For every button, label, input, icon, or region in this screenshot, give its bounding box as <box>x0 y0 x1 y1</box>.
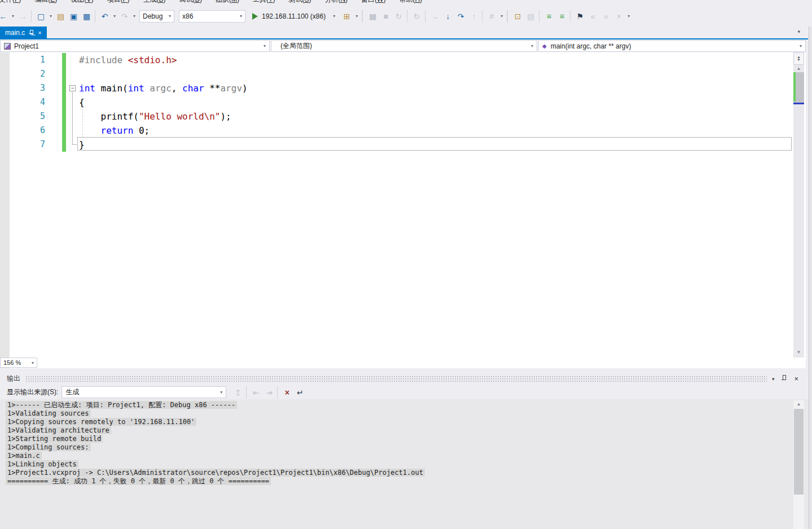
project-select-value: Project1 <box>14 42 39 50</box>
code-line-1[interactable]: 1#include <stdio.h> <box>0 53 789 67</box>
tab-label: main.c <box>5 29 25 37</box>
uncomment-lines-icon[interactable]: ≡ <box>555 10 568 23</box>
chevron-down-icon[interactable]: ▾ <box>333 14 335 19</box>
redo-icon[interactable]: ↷ <box>117 10 130 23</box>
apply-code-changes-icon[interactable]: ↻ <box>410 10 423 23</box>
next-message-icon[interactable]: ⇥ <box>262 386 275 399</box>
open-documents-dropdown-icon[interactable]: ▾ <box>797 29 800 34</box>
step-over-icon[interactable]: ↷ <box>454 10 467 23</box>
code-line-2[interactable]: 2 <box>0 67 789 81</box>
pin-icon[interactable] <box>29 29 34 36</box>
redo-caret[interactable]: ▾ <box>130 10 137 23</box>
restart-icon[interactable]: ↻ <box>392 10 405 23</box>
scroll-up-icon[interactable]: ▲ <box>793 402 804 407</box>
editor-vertical-scrollbar[interactable]: ▲ ▼ <box>793 65 804 358</box>
comment-lines-icon[interactable]: ≡ <box>542 10 555 23</box>
collapse-region-icon[interactable]: − <box>69 85 76 91</box>
hex-display-icon[interactable]: # <box>485 10 498 23</box>
close-icon[interactable]: × <box>38 29 41 36</box>
output-vertical-scrollbar[interactable]: ▲ <box>793 400 804 529</box>
scrollbar-thumb[interactable] <box>794 409 804 495</box>
code-line-5[interactable]: 5 printf("Hello world\n"); <box>0 109 789 124</box>
editor-split-handle[interactable]: ▲ ▼ <box>793 52 804 65</box>
nav-back-icon[interactable]: ← <box>0 10 9 23</box>
code-line-3[interactable]: 3int main(int argc, char **argv) <box>0 81 789 95</box>
code-line-6[interactable]: 6 return 0; <box>0 124 789 138</box>
scope-select[interactable]: (全局范围) ▾ <box>271 40 537 52</box>
add-new-item-caret[interactable]: ▾ <box>47 10 54 23</box>
open-file-icon[interactable]: ▤ <box>54 10 67 23</box>
undo-icon[interactable]: ↶ <box>98 10 111 23</box>
code-editor[interactable]: 1#include <stdio.h>23int main(int argc, … <box>0 52 806 368</box>
output-line: 1>Validating sources <box>6 409 808 418</box>
code-line-4[interactable]: 4{ <box>0 95 789 109</box>
undo-caret[interactable]: ▾ <box>111 10 117 23</box>
menu-item-p[interactable]: 项目(P) <box>100 0 136 6</box>
menu-item-s[interactable]: 测试(S) <box>282 0 318 6</box>
stop-icon[interactable]: ■ <box>379 10 392 23</box>
code-line-7[interactable]: 7} <box>0 138 789 152</box>
pin-icon[interactable] <box>782 375 787 382</box>
chevron-down-icon[interactable]: ▾ <box>216 390 222 395</box>
solution-platform-select[interactable]: x86▾ <box>179 10 245 23</box>
member-select-value: main(int argc, char ** argv) <box>551 42 631 50</box>
menu-item-t[interactable]: 工具(T) <box>246 0 282 6</box>
solution-configuration-select[interactable]: Debug▾ <box>139 10 174 23</box>
tab-main-c[interactable]: main.c × <box>0 27 47 38</box>
immediate-window-icon[interactable]: ▤ <box>524 10 537 23</box>
step-into-icon[interactable]: ↓ <box>441 10 454 23</box>
scroll-up-icon[interactable]: ▲ <box>793 66 804 71</box>
window-position-icon[interactable]: ▾ <box>772 376 775 382</box>
output-title: 输出 <box>7 374 20 383</box>
menu-item-f[interactable]: 文件(F) <box>0 0 28 6</box>
breakpoints-window-icon[interactable]: ⊡ <box>511 10 524 23</box>
menu-item-h[interactable]: 帮助(H) <box>392 0 429 6</box>
clear-all-icon[interactable]: × <box>280 386 293 399</box>
text-editor-options-caret[interactable]: ▾ <box>625 10 631 23</box>
clear-bookmarks-icon[interactable]: × <box>612 10 625 23</box>
show-next-statement-icon[interactable]: → <box>428 10 441 23</box>
chevron-down-icon[interactable]: ▾ <box>32 360 34 365</box>
menu-items: 文件(F)编辑(E)视图(V)项目(P)生成(B)调试(D)团队(M)工具(T)… <box>0 0 812 6</box>
chevron-down-icon[interactable]: ▾ <box>240 14 242 19</box>
prev-bookmark-icon[interactable]: « <box>586 10 599 23</box>
step-out-icon[interactable]: ↑ <box>467 10 480 23</box>
nav-forward-icon[interactable]: → <box>16 10 29 23</box>
next-bookmark-icon[interactable]: » <box>599 10 612 23</box>
prev-message-icon[interactable]: ⇤ <box>249 386 262 399</box>
save-icon[interactable]: ▣ <box>67 10 80 23</box>
menu-item-m[interactable]: 团队(M) <box>209 0 246 6</box>
menu-item-d[interactable]: 调试(D) <box>172 0 209 6</box>
attach-to-process-icon[interactable]: ⊞ <box>340 10 353 23</box>
project-select[interactable]: Project1 ▾ <box>0 40 270 52</box>
chevron-down-icon[interactable]: ▾ <box>169 14 171 19</box>
member-select[interactable]: ◆ main(int argc, char ** argv) ▾ <box>538 40 806 52</box>
goto-source-icon[interactable]: ↥ <box>231 386 244 399</box>
pause-icon[interactable]: ▮▮ <box>366 10 379 23</box>
menu-item-w[interactable]: 窗口(W) <box>354 0 392 6</box>
toolbar-options-caret[interactable]: ▾ <box>353 10 359 23</box>
hex-display-caret[interactable]: ▾ <box>498 10 504 23</box>
output-title-bar[interactable]: 输出 ▾ × <box>0 372 812 385</box>
toolbar-separator <box>539 10 539 23</box>
toggle-bookmark-icon[interactable]: ⚑ <box>573 10 586 23</box>
chevron-down-icon[interactable]: ▾ <box>259 43 266 49</box>
close-icon[interactable]: × <box>794 374 798 383</box>
nav-back-caret[interactable]: ▾ <box>9 10 16 23</box>
save-all-icon[interactable]: ▦ <box>80 10 93 23</box>
start-debugging-button[interactable]: 192.168.11.100 (x86)▾ <box>248 12 340 20</box>
output-source-select[interactable]: 生成 ▾ <box>62 386 226 398</box>
editor-zoom-select[interactable]: 156 % ▾ <box>0 358 37 368</box>
start-debugging-button-label: 192.168.11.100 (x86) <box>262 12 326 20</box>
output-text-area[interactable]: 1>------ 已启动生成: 项目: Project1, 配置: Debug … <box>0 399 808 529</box>
menu-item-b[interactable]: 生成(B) <box>136 0 172 6</box>
scroll-down-icon[interactable]: ▼ <box>793 350 804 355</box>
add-new-item-icon[interactable]: ▢ <box>34 10 47 23</box>
word-wrap-icon[interactable]: ↵ <box>293 386 306 399</box>
menu-item-e[interactable]: 编辑(E) <box>28 0 64 6</box>
toolbar-separator <box>407 10 407 23</box>
menu-item-n[interactable]: 分析(N) <box>318 0 354 6</box>
chevron-down-icon[interactable]: ▾ <box>526 43 533 49</box>
chevron-down-icon[interactable]: ▾ <box>795 43 802 49</box>
menu-item-v[interactable]: 视图(V) <box>64 0 100 6</box>
